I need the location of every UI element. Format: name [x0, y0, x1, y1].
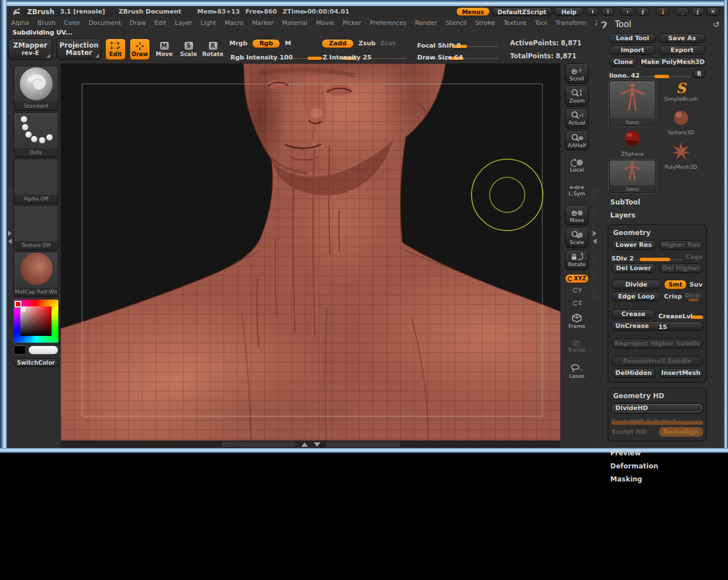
menu-item-movie[interactable]: Movie [316, 19, 335, 27]
smt-toggle[interactable]: Smt [664, 280, 687, 289]
menu-item-alpha[interactable]: Alpha [11, 19, 29, 27]
tool-item-slider[interactable]: liono. 42 [609, 69, 690, 78]
r-button[interactable]: R [693, 69, 705, 78]
preview-section-header[interactable]: Preview [610, 449, 705, 457]
prev-layout-button[interactable] [621, 7, 634, 16]
current-material-thumbnail[interactable]: MatCap Red Wa [14, 251, 58, 296]
move-3d-button[interactable]: Move [565, 205, 589, 225]
actual-size-button[interactable]: x1 Actual [565, 108, 589, 129]
local-button[interactable]: Local [565, 156, 589, 174]
rotate-mode-button[interactable]: R Rotate [203, 39, 223, 60]
make-polymesh3d-button[interactable]: Make PolyMesh3D [640, 57, 705, 67]
edit-mode-button[interactable]: Edit [105, 39, 126, 60]
deformation-section-header[interactable]: Deformation [610, 462, 705, 470]
current-texture-thumbnail[interactable]: Texture Off [14, 205, 58, 250]
close-button[interactable]: ✕ [706, 7, 720, 16]
xyz-rotation-button[interactable]: XYZ [565, 274, 589, 283]
restore-button[interactable] [691, 7, 704, 16]
tool-thumb-zsphere[interactable]: ZSphere [609, 129, 656, 157]
lower-res-button[interactable]: Lower Res [611, 240, 656, 250]
draw-size-slider[interactable]: Draw Size 64 [416, 51, 498, 60]
divide-hd-button[interactable]: DivideHD [611, 403, 703, 413]
subtool-section-header[interactable]: SubTool [610, 198, 705, 206]
masking-section-header[interactable]: Masking [610, 475, 705, 483]
tray-grip-left[interactable] [222, 442, 296, 447]
z-intensity-slider[interactable]: Z Intensity 25 [322, 51, 406, 60]
menu-item-layer[interactable]: Layer [175, 19, 192, 27]
menu-item-preferences[interactable]: Preferences [370, 19, 406, 27]
right-tray-divider-arrows[interactable] [592, 228, 597, 247]
suv-toggle[interactable]: Suv [690, 280, 703, 289]
menu-item-material[interactable]: Material [282, 19, 307, 27]
projection-master-button[interactable]: Projection Master [57, 39, 101, 60]
menu-item-render[interactable]: Render [415, 19, 437, 27]
import-button[interactable]: Import [609, 45, 656, 55]
menu-item-light[interactable]: Light [200, 19, 216, 27]
menus-button[interactable]: Menus [456, 7, 490, 16]
focal-shift-slider[interactable]: Focal Shift 0 [416, 39, 498, 48]
menu-item-draw[interactable]: Draw [130, 19, 146, 27]
crisp-toggle[interactable]: Crisp [664, 292, 682, 301]
document-canvas[interactable] [61, 63, 560, 441]
next-layout-button[interactable] [636, 7, 649, 16]
load-tool-button[interactable]: Load Tool [609, 33, 656, 43]
menu-item-texture[interactable]: Texture [503, 19, 526, 27]
default-zscript-button[interactable]: DefaultZScript [492, 7, 552, 16]
slider-handle[interactable] [654, 75, 669, 78]
mrgb-toggle[interactable]: Mrgb [229, 40, 247, 47]
m-toggle[interactable]: M [285, 40, 291, 47]
lock-button[interactable] [656, 7, 669, 16]
current-brush-thumbnail[interactable]: Standard [14, 66, 58, 110]
tool-thumb-sphere3d[interactable]: Sphere3D [658, 105, 704, 136]
zoom-button[interactable]: Zoom [565, 86, 589, 106]
scroll-button[interactable]: Scroll [565, 63, 589, 84]
sdiv-slider[interactable]: SDiv 2 [611, 252, 683, 261]
secondary-color-swatch[interactable] [28, 346, 58, 355]
menu-item-color[interactable]: Color [64, 19, 80, 27]
zmapper-button[interactable]: ZMapper rev-E [8, 39, 53, 60]
minimize-button[interactable] [676, 7, 689, 16]
tool-thumb-simplebrush[interactable]: S SimpleBrush [658, 80, 704, 103]
clone-button[interactable]: Clone [609, 57, 637, 67]
spin-z-button[interactable]: Z [572, 297, 582, 309]
lsym-button[interactable]: L.Sym [565, 181, 589, 200]
switch-color-button[interactable]: SwitchColor [14, 359, 58, 367]
scroll-right-button[interactable] [601, 7, 614, 16]
left-tray-divider-arrows[interactable] [7, 228, 12, 247]
palette-restore-icon[interactable]: ↺ [713, 20, 720, 29]
canvas-bottom-tray[interactable] [61, 441, 560, 448]
slider-handle[interactable] [307, 57, 322, 60]
tool-thumb-polymesh3d[interactable]: PolyMesh3D [658, 138, 704, 170]
divide-button[interactable]: Divide [611, 280, 661, 289]
menu-item-transform[interactable]: Transform [555, 19, 586, 27]
zsub-toggle[interactable]: Zsub [358, 40, 375, 47]
slider-handle[interactable] [691, 315, 703, 319]
zadd-toggle[interactable]: Zadd [322, 39, 354, 48]
main-color-swatch[interactable] [14, 346, 26, 355]
geometry-hd-section-header[interactable]: Geometry HD [613, 392, 703, 400]
menu-item-brush[interactable]: Brush [37, 19, 55, 27]
rgb-toggle[interactable]: Rgb [252, 39, 280, 48]
insert-mesh-button[interactable]: InsertMesh [659, 368, 704, 378]
current-stroke-thumbnail[interactable]: Dots [14, 112, 58, 157]
right-tray-divider[interactable] [592, 187, 597, 300]
crease-lvl-slider[interactable]: CreaseLvl 15 [658, 310, 703, 319]
layers-section-header[interactable]: Layers [610, 211, 705, 219]
move-mode-button[interactable]: M Move [154, 39, 174, 60]
edge-loop-button[interactable]: Edge Loop [611, 292, 661, 301]
left-tray-divider[interactable] [7, 187, 12, 300]
uncrease-button[interactable]: UnCrease [611, 321, 703, 331]
spin-y-button[interactable]: Y [572, 285, 582, 296]
menu-item-tool[interactable]: Tool [535, 19, 547, 27]
menu-item-picker[interactable]: Picker [343, 19, 362, 27]
del-hidden-button[interactable]: DelHidden [611, 368, 656, 378]
slider-handle[interactable] [640, 258, 670, 261]
aahalf-button[interactable]: AAHalf [565, 130, 589, 151]
menu-item-macro[interactable]: Macro [225, 19, 243, 27]
rotate-3d-button[interactable]: Rotate [565, 250, 589, 270]
scale-3d-button[interactable]: Scale [565, 227, 589, 248]
sv-selector[interactable] [21, 307, 25, 312]
frame-button[interactable]: Frame [565, 312, 589, 330]
scale-mode-button[interactable]: S Scale [178, 39, 199, 60]
tool-thumb-liono-small[interactable]: liono [609, 160, 656, 193]
